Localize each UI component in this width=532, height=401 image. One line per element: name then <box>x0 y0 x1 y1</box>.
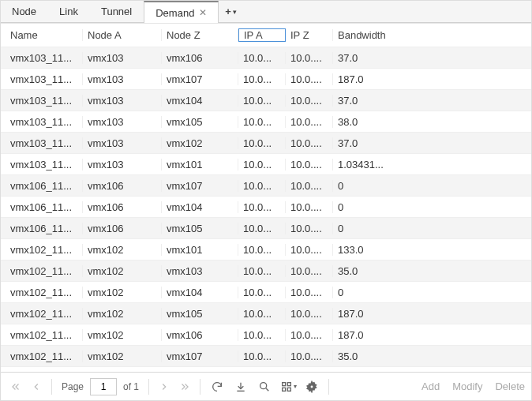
cell-bw: 37.0 <box>333 137 515 149</box>
col-bandwidth[interactable]: Bandwidth <box>333 29 515 41</box>
cell-name: vmx106_11... <box>6 223 83 234</box>
cell-bw: 187.0 <box>333 308 515 320</box>
cell-ip-z: 10.0.... <box>286 201 333 213</box>
table-row[interactable]: vmx102_11...vmx102vmx10510.0...10.0....1… <box>1 303 531 324</box>
table-row[interactable]: vmx103_11...vmx103vmx10410.0...10.0....3… <box>1 90 531 111</box>
tab-label: Demand <box>155 7 194 19</box>
svg-point-9 <box>310 384 313 388</box>
cell-ip-a: 10.0... <box>238 244 286 256</box>
chevron-down-icon: ▾ <box>233 8 237 16</box>
table-row[interactable]: vmx102_11...vmx102vmx10410.0...10.0....0 <box>1 282 531 303</box>
cell-ip-a: 10.0... <box>238 52 286 64</box>
table-row[interactable]: vmx103_11...vmx103vmx10210.0...10.0....3… <box>1 133 531 154</box>
cell-ip-z: 10.0.... <box>286 95 333 107</box>
tab-demand[interactable]: Demand ✕ <box>144 1 219 23</box>
cell-node-a: vmx103 <box>83 116 162 128</box>
col-node-z[interactable]: Node Z <box>162 29 238 41</box>
download-button[interactable] <box>230 377 251 397</box>
svg-rect-7 <box>287 388 290 391</box>
cell-ip-z: 10.0.... <box>286 180 333 192</box>
separator <box>200 379 200 395</box>
cell-bw: 37.0 <box>333 95 515 107</box>
cell-ip-a: 10.0... <box>238 116 286 128</box>
table-row[interactable]: vmx103_11...vmx103vmx10110.0...10.0....1… <box>1 154 531 175</box>
cell-ip-z: 10.0.... <box>286 287 333 298</box>
table-row[interactable]: vmx102_11...vmx102vmx10110.0...10.0....1… <box>1 239 531 260</box>
cell-bw: 38.0 <box>333 116 515 128</box>
svg-rect-6 <box>282 388 285 391</box>
refresh-button[interactable] <box>207 377 227 397</box>
page-of-label: of 1 <box>123 381 139 392</box>
col-ip-a[interactable]: IP A <box>238 28 286 42</box>
cell-name: vmx102_11... <box>6 244 83 256</box>
col-node-a[interactable]: Node A <box>83 29 162 41</box>
cell-bw: 35.0 <box>333 265 515 277</box>
table-row[interactable]: vmx106_11...vmx106vmx10410.0...10.0....0 <box>1 197 531 218</box>
separator <box>148 379 149 395</box>
table-row[interactable]: vmx103_11...vmx103vmx10610.0...10.0....3… <box>1 47 531 69</box>
cell-node-z: vmx104 <box>162 201 238 213</box>
svg-rect-4 <box>282 382 285 385</box>
cell-ip-a: 10.0... <box>238 329 286 341</box>
table-row[interactable]: vmx102_11...vmx102vmx10610.0...10.0....1… <box>1 324 531 346</box>
close-icon[interactable]: ✕ <box>199 7 207 18</box>
cell-node-z: vmx105 <box>162 308 238 320</box>
cell-ip-z: 10.0.... <box>286 350 333 362</box>
first-page-button[interactable] <box>7 378 24 395</box>
cell-name: vmx103_11... <box>6 95 83 107</box>
add-button[interactable]: Add <box>421 380 440 392</box>
prev-page-button[interactable] <box>28 378 45 395</box>
settings-button[interactable] <box>302 377 322 397</box>
cell-ip-a: 10.0... <box>238 95 286 107</box>
tab-label: Node <box>12 6 36 17</box>
modify-button[interactable]: Modify <box>452 380 482 392</box>
cell-node-z: vmx101 <box>162 244 238 256</box>
cell-node-a: vmx102 <box>83 329 162 341</box>
table-row[interactable]: vmx106_11...vmx106vmx10510.0...10.0....0 <box>1 218 531 239</box>
cell-ip-a: 10.0... <box>238 308 286 320</box>
cell-ip-z: 10.0.... <box>286 73 333 85</box>
tab-tunnel[interactable]: Tunnel <box>90 1 144 22</box>
cell-node-a: vmx102 <box>83 244 162 256</box>
cell-node-a: vmx102 <box>83 350 162 362</box>
cell-node-z: vmx107 <box>162 73 238 85</box>
table-row[interactable]: vmx106_11...vmx106vmx10710.0...10.0....0 <box>1 175 531 197</box>
cell-bw: 0 <box>333 287 515 298</box>
search-button[interactable] <box>254 377 275 397</box>
cell-node-z: vmx107 <box>162 350 238 362</box>
cell-node-z: vmx104 <box>162 287 238 298</box>
table-row[interactable]: vmx103_11...vmx103vmx10710.0...10.0....1… <box>1 69 531 90</box>
delete-button[interactable]: Delete <box>495 380 525 392</box>
cell-name: vmx103_11... <box>6 73 83 85</box>
svg-point-2 <box>260 382 267 388</box>
tab-link[interactable]: Link <box>48 1 90 22</box>
add-tab-button[interactable]: + ▾ <box>219 1 243 22</box>
tab-node[interactable]: Node <box>1 1 48 22</box>
cell-bw: 0 <box>333 201 515 213</box>
header-row: Name Node A Node Z IP A IP Z Bandwidth <box>1 24 531 47</box>
table-row[interactable]: vmx102_11...vmx102vmx10310.0...10.0....3… <box>1 260 531 282</box>
cell-bw: 37.0 <box>333 52 515 64</box>
page-input[interactable] <box>90 378 117 395</box>
tab-label: Tunnel <box>101 6 132 17</box>
cell-node-z: vmx103 <box>162 265 238 277</box>
cell-ip-a: 10.0... <box>238 73 286 85</box>
cell-node-z: vmx104 <box>162 95 238 107</box>
table-row[interactable]: vmx102_11...vmx102vmx10710.0...10.0....3… <box>1 346 531 367</box>
cell-bw: 0 <box>333 223 515 234</box>
table-row[interactable]: vmx103_11...vmx103vmx10510.0...10.0....3… <box>1 111 531 133</box>
svg-rect-5 <box>287 382 290 385</box>
cell-bw: 187.0 <box>333 329 515 341</box>
last-page-button[interactable] <box>176 378 193 395</box>
right-actions: Add Modify Delete <box>421 380 525 392</box>
tiles-button[interactable]: ▾ <box>278 377 298 397</box>
cell-ip-z: 10.0.... <box>286 159 333 171</box>
col-ip-z[interactable]: IP Z <box>286 29 333 41</box>
cell-ip-z: 10.0.... <box>286 308 333 320</box>
cell-name: vmx102_11... <box>6 265 83 277</box>
cell-name: vmx106_11... <box>6 201 83 213</box>
next-page-button[interactable] <box>155 378 173 395</box>
col-name[interactable]: Name <box>6 29 83 41</box>
cell-name: vmx106_11... <box>6 180 83 192</box>
cell-ip-a: 10.0... <box>238 265 286 277</box>
